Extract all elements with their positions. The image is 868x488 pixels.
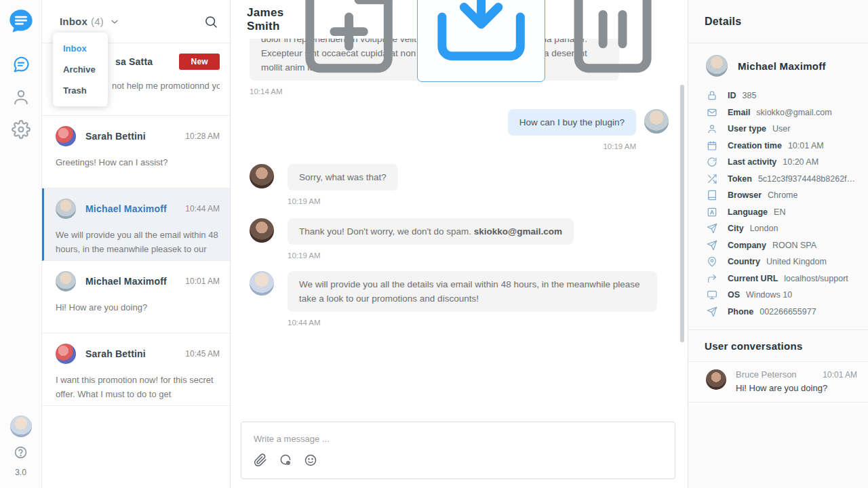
- app-logo-chat-icon[interactable]: [7, 7, 35, 35]
- conversation-time: 10:01 AM: [185, 277, 220, 286]
- user-conversation-time: 10:01 AM: [823, 370, 857, 380]
- detail-field-label: Last activity: [728, 157, 776, 167]
- conversation-item-header: Sarah Bettini10:28 AM: [56, 126, 220, 146]
- conversation-name: Sarah Bettini: [85, 131, 146, 142]
- rail-nav: [12, 55, 31, 139]
- details-user-name: Michael Maximoff: [738, 60, 826, 72]
- version-label: 3.0: [15, 468, 26, 477]
- user-conversation-item[interactable]: Bruce Peterson10:01 AMHi! How are you do…: [688, 361, 868, 403]
- conversation-list-item[interactable]: Michael Maximoff10:01 AMHi! How are you …: [42, 261, 230, 333]
- smiley-icon[interactable]: [304, 453, 317, 467]
- user-conversations-title: User conversations: [688, 329, 868, 361]
- details-user-card: Michael Maximoff: [688, 43, 868, 82]
- detail-field-label: Email: [728, 108, 750, 117]
- message-time: 10:19 AM: [250, 142, 636, 150]
- detail-field-label: Creation time: [728, 141, 782, 150]
- trash-icon-button[interactable]: [554, 0, 671, 78]
- language-icon: [707, 207, 717, 218]
- conversation-item-header: Michael Maximoff10:01 AM: [56, 271, 220, 291]
- help-icon[interactable]: [14, 445, 28, 460]
- conversation-name: Sarah Bettini: [85, 348, 146, 359]
- composer-icons: [254, 453, 663, 467]
- conversation-item-header: Michael Maximoff10:44 AM: [56, 199, 220, 219]
- message-thread: dolor in reprehenderit in voluptate veli…: [231, 39, 688, 415]
- conversation-avatar: [56, 271, 76, 291]
- app-window: 3.0 Inbox (4) sa SattaNewnot help me pro…: [0, 0, 868, 488]
- message-row: We will provide you all the details via …: [250, 271, 669, 312]
- chat-toolbar: [290, 0, 671, 82]
- details-user-avatar: [706, 55, 728, 77]
- message-time: 10:19 AM: [288, 251, 669, 260]
- user-icon: [707, 123, 717, 134]
- settings-icon[interactable]: [12, 120, 31, 139]
- detail-field-value: 5c12c3f9374448b8262f5b...: [758, 174, 860, 184]
- detail-field-label: Phone: [728, 307, 753, 317]
- message-avatar: [250, 164, 274, 188]
- note-add-icon-button[interactable]: [290, 0, 408, 78]
- detail-field-creation-time: Creation time10:01 AM: [707, 138, 860, 155]
- chat-scrollbar-thumb[interactable]: [680, 85, 684, 342]
- conversation-list-item[interactable]: Michael Maximoff10:44 AMWe will provide …: [42, 188, 230, 261]
- detail-field-value: localhost/support: [784, 274, 860, 283]
- detail-field-last-activity: Last activity10:20 AM: [707, 154, 860, 171]
- monitor-icon: [707, 289, 717, 300]
- inbox-dropdown-menu: InboxArchiveTrash: [53, 33, 108, 106]
- message-block: Sorry, what was that?10:19 AM: [250, 164, 669, 205]
- detail-field-user-type: User typeUser: [707, 121, 860, 138]
- message-row: Thank you! Don't worry, we don't do spam…: [250, 218, 669, 245]
- detail-field-label: City: [728, 224, 744, 233]
- profile-avatar[interactable]: [10, 415, 32, 437]
- conversation-preview: We will provide you all the email within…: [56, 228, 220, 256]
- details-title: Details: [688, 0, 868, 43]
- detail-field-value: ROON SPA: [772, 241, 860, 250]
- detail-field-label: Company: [728, 241, 766, 250]
- chat-title: James Smith: [247, 6, 290, 33]
- conversation-list-item[interactable]: Sarah Bettini10:28 AMGreetings! How can …: [42, 116, 230, 188]
- paperclip-icon[interactable]: [254, 453, 267, 467]
- message-row: Sorry, what was that?: [250, 164, 669, 190]
- message-bubble: Sorry, what was that?: [288, 164, 398, 190]
- search-icon[interactable]: [204, 15, 218, 28]
- user-conversations-list: Bruce Peterson10:01 AMHi! How are you do…: [688, 361, 868, 403]
- chat-panel: James Smith dolor in reprehenderit in vo…: [231, 0, 688, 488]
- mail-icon: [707, 107, 717, 118]
- conversation-item-header: Sarah Bettini10:45 AM: [56, 344, 220, 364]
- conversations-icon[interactable]: [12, 55, 31, 74]
- detail-field-label: User type: [728, 124, 766, 134]
- conversation-avatar: [56, 344, 76, 364]
- message-time: 10:44 AM: [288, 319, 669, 327]
- message-input[interactable]: [254, 434, 663, 444]
- detail-field-language: LanguageEN: [707, 204, 860, 221]
- canned-response-icon[interactable]: [279, 453, 292, 467]
- detail-field-label: Browser: [728, 190, 762, 200]
- message-composer: [241, 422, 675, 479]
- conversation-preview: Greetings! How can I assist?: [56, 155, 220, 169]
- conversation-time: 10:45 AM: [185, 349, 220, 359]
- detail-field-value: United Kingdom: [766, 257, 860, 266]
- message-bubble: Thank you! Don't worry, we don't do spam…: [288, 218, 574, 245]
- message-time: 10:14 AM: [250, 87, 669, 96]
- send-icon: [707, 306, 717, 317]
- conversation-time: 10:28 AM: [185, 131, 220, 141]
- refresh-icon: [707, 157, 717, 167]
- inbox-download-icon-button[interactable]: [417, 0, 545, 82]
- trash-icon: [554, 0, 671, 78]
- lock-icon: [707, 90, 717, 101]
- dropdown-item-inbox[interactable]: Inbox: [53, 38, 108, 59]
- conversation-avatar: [56, 126, 76, 146]
- users-icon[interactable]: [12, 87, 31, 106]
- conversation-time: 10:44 AM: [185, 204, 220, 214]
- detail-field-company: CompanyROON SPA: [707, 237, 860, 254]
- detail-field-city: CityLondon: [707, 220, 860, 237]
- chat-header: James Smith: [231, 0, 688, 39]
- detail-field-label: OS: [728, 290, 740, 300]
- dropdown-item-trash[interactable]: Trash: [53, 80, 108, 101]
- conversation-list-item[interactable]: Sarah Bettini10:45 AMI want this promoti…: [42, 333, 230, 406]
- message-time: 10:19 AM: [288, 197, 669, 205]
- detail-field-value: User: [772, 124, 860, 134]
- inbox-filter-dropdown-toggle[interactable]: Inbox (4): [60, 16, 120, 27]
- dropdown-item-archive[interactable]: Archive: [53, 59, 108, 80]
- left-rail: 3.0: [0, 0, 42, 488]
- send-icon: [707, 223, 717, 234]
- details-fields: ID385Emailskiokko@gmail.comUser typeUser…: [688, 82, 868, 329]
